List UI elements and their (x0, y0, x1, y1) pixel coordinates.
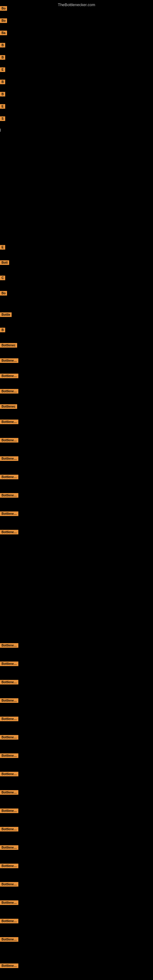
badge-b37[interactable]: Bottleneck resu (0, 790, 18, 795)
badge-b41[interactable]: Bottleneck resu (0, 864, 18, 868)
badge-b12[interactable]: Bott (0, 260, 9, 265)
badge-b6[interactable]: E (0, 67, 5, 72)
badge-b11[interactable]: E (0, 245, 5, 250)
badge-b5[interactable]: B (0, 55, 5, 60)
thin-line-10 (0, 129, 1, 132)
badge-b35[interactable]: Bottleneck resu (0, 753, 18, 758)
badge-b15[interactable]: Bottle (0, 312, 12, 317)
badge-b19[interactable]: Bottleneck re (0, 374, 18, 378)
badge-b26[interactable]: Bottleneck resu (0, 493, 18, 498)
badge-b27[interactable]: Bottleneck resu (0, 511, 18, 516)
badge-b30[interactable]: Bottleneck resu (0, 662, 18, 666)
badge-b40[interactable]: Bottleneck resu (0, 845, 18, 850)
badge-b44[interactable]: Bottleneck resu (0, 919, 18, 923)
badge-b9[interactable]: E (0, 104, 5, 109)
badge-b1[interactable]: Bo (0, 6, 7, 11)
badge-b14[interactable]: Bo (0, 291, 7, 296)
badge-b45[interactable]: Bottleneck resu (0, 937, 18, 942)
badge-b10[interactable]: S (0, 116, 5, 121)
badge-b16[interactable]: B (0, 328, 5, 332)
badge-b21[interactable]: Bottlenec (0, 404, 17, 409)
site-title: TheBottlenecker.com (0, 0, 153, 8)
badge-b24[interactable]: Bottleneck resu (0, 456, 18, 461)
badge-b42[interactable]: Bottleneck resu (0, 882, 18, 886)
badge-b17[interactable]: Bottlenec (0, 343, 17, 348)
badge-b36[interactable]: Bottleneck resu (0, 772, 18, 776)
badge-b28[interactable]: Bottleneck res (0, 530, 18, 535)
badge-b7[interactable]: B (0, 80, 5, 84)
badge-b25[interactable]: Bottleneck resu (0, 475, 18, 479)
badge-b13[interactable]: C (0, 275, 5, 280)
badge-b20[interactable]: Bottleneck e (0, 389, 18, 393)
badge-b8[interactable]: B (0, 92, 5, 97)
badge-b4[interactable]: B (0, 43, 5, 48)
badge-b43[interactable]: Bottleneck resu (0, 900, 18, 905)
badge-b33[interactable]: Bottleneck resu (0, 717, 18, 721)
badge-b34[interactable]: Bottleneck resu (0, 735, 18, 740)
badge-b31[interactable]: Bottleneck resu (0, 680, 18, 684)
badge-b29[interactable]: Bottleneck resu (0, 643, 18, 648)
badge-b32[interactable]: Bottleneck resu (0, 698, 18, 703)
badge-b46[interactable]: Bottleneck res (0, 964, 18, 968)
badge-b39[interactable]: Bottleneck resu (0, 827, 18, 832)
badge-b2[interactable]: Bo (0, 18, 7, 23)
badge-b23[interactable]: Bottleneck resu (0, 438, 18, 442)
badge-b38[interactable]: Bottleneck resu (0, 808, 18, 813)
badge-b22[interactable]: Bottleneck re (0, 420, 18, 424)
badge-b18[interactable]: Bottleneck (0, 358, 18, 363)
badge-b3[interactable]: Ba (0, 30, 7, 35)
